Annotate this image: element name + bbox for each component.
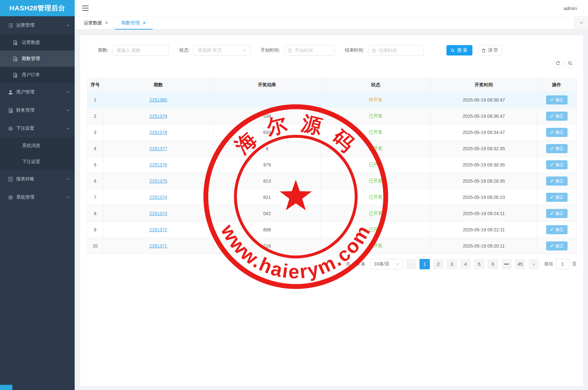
chevron-up-icon (66, 126, 70, 131)
sidebar-item-issue-management[interactable]: 期数管理 (0, 51, 75, 67)
username[interactable]: admin (564, 6, 577, 11)
cell-time: 2025-05-19 09:30:35 (431, 157, 537, 173)
user-icon (8, 90, 13, 95)
col-header-issue: 期数 (103, 79, 214, 91)
sidebar-item-user-management[interactable]: 用户管理 (0, 83, 75, 101)
status-select[interactable]: 请选择 状态 (194, 45, 250, 55)
fix-button[interactable]: 修正 (546, 209, 568, 218)
sidebar-item-system-messages[interactable]: 系统消息 (0, 138, 75, 154)
status-badge: 已开奖 (369, 243, 382, 249)
end-time-picker[interactable] (368, 45, 424, 55)
end-time-input[interactable] (369, 45, 423, 55)
fix-button[interactable]: 修正 (546, 128, 568, 137)
tab-label: 期数管理 (121, 20, 140, 26)
status-badge: 已开奖 (369, 146, 382, 152)
edit-pencil-icon (550, 244, 554, 248)
tabs-overflow-button[interactable] (574, 17, 588, 29)
sidebar-item-label: 下注设置 (22, 159, 40, 165)
page-button[interactable]: 1 (419, 259, 430, 269)
chevron-down-icon (66, 195, 70, 200)
sidebar-item-bet-settings[interactable]: 下注设置 (0, 119, 75, 138)
cell-time: 2025-05-19 09:22:11 (431, 222, 537, 238)
fix-button[interactable]: 修正 (546, 144, 568, 153)
sidebar-item-system-management[interactable]: 系统管理 (0, 188, 75, 206)
cell-time: 2025-05-19 09:24:11 (431, 205, 537, 221)
page-button[interactable]: 4 (460, 259, 471, 269)
content-card: 期数: 状态: 请选择 状态 开始时间: 结束时间: 搜索 (80, 35, 583, 386)
sidebar-item-label: 期数管理 (22, 56, 40, 62)
sidebar-item-label: 财务管理 (16, 107, 34, 113)
fix-button[interactable]: 修正 (546, 112, 568, 121)
issue-link[interactable]: 2251374 (149, 195, 167, 200)
status-badge: 已开奖 (369, 194, 382, 200)
next-page-button[interactable]: › (529, 259, 539, 269)
page-button[interactable]: 5 (474, 259, 484, 269)
goto-page-input[interactable] (556, 259, 569, 269)
cell-time: 2025-05-19 09:32:35 (431, 140, 537, 156)
clock-icon (371, 48, 377, 53)
table-row: 5 2251376 979 已开奖 2025-05-19 09:30:35 修正 (87, 157, 576, 173)
more-pages-button[interactable]: ••• (501, 259, 512, 269)
edit-pencil-icon (550, 130, 554, 134)
table-row: 4 2251377 8 已开奖 2025-05-19 09:32:35 修正 (87, 140, 576, 157)
fix-button[interactable]: 修正 (546, 177, 568, 186)
issue-link[interactable]: 2251373 (149, 211, 167, 216)
close-icon[interactable]: ✕ (143, 21, 146, 25)
search-button-label: 搜索 (457, 47, 468, 53)
fix-button[interactable]: 修正 (546, 241, 568, 250)
search-button[interactable]: 搜索 (446, 45, 472, 55)
table-search-button[interactable] (565, 58, 575, 68)
cell-result: 693 (214, 124, 321, 140)
page-button[interactable]: 45 (515, 259, 525, 269)
cell-result (214, 92, 321, 108)
sidebar-item-user-orders[interactable]: 用户订单 (0, 67, 75, 83)
page-button[interactable]: 6 (488, 259, 498, 269)
cell-result: 539 (214, 108, 321, 124)
col-header-status: 状态 (321, 79, 431, 91)
page-button[interactable]: 3 (447, 259, 457, 269)
fix-button[interactable]: 修正 (546, 225, 568, 234)
goto-label: 前往 (544, 261, 553, 267)
page-size-select[interactable]: 10条/页 (370, 259, 403, 269)
sidebar-item-bet-settings-sub[interactable]: 下注设置 (0, 154, 75, 170)
fix-button[interactable]: 修正 (546, 160, 568, 169)
close-icon[interactable]: ✕ (105, 21, 108, 25)
cell-seq: 1 (87, 92, 103, 108)
sidebar-item-label: 运营数据 (22, 40, 40, 45)
col-header-action: 操作 (537, 79, 576, 91)
tab-issue-management[interactable]: 期数管理 ✕ (115, 17, 153, 29)
tab-operation-data[interactable]: 运营数据 ✕ (77, 17, 115, 29)
issue-link[interactable]: 2251378 (149, 130, 167, 135)
table-row: 7 2251374 821 已开奖 2025-05-19 09:26:23 修正 (87, 189, 576, 205)
clear-button[interactable]: 清空 (478, 45, 502, 55)
status-badge: 已开奖 (369, 227, 382, 233)
tab-label: 运营数据 (84, 20, 102, 26)
issue-link[interactable]: 2251375 (149, 178, 167, 184)
sidebar-item-label: 运营管理 (16, 22, 34, 28)
sidebar-item-report-reconciliation[interactable]: 报表对账 (0, 170, 75, 188)
issue-link[interactable]: 2251376 (149, 162, 167, 167)
hamburger-icon[interactable] (82, 6, 89, 11)
refresh-button[interactable] (553, 58, 563, 68)
cell-seq: 10 (87, 238, 103, 254)
issue-link[interactable]: 2251372 (149, 227, 167, 232)
issue-link[interactable]: 2251377 (149, 146, 167, 151)
gear-icon (8, 195, 13, 200)
issue-link[interactable]: 2251379 (149, 114, 167, 119)
cell-time: 2025-05-19 09:36:47 (431, 108, 537, 124)
fix-button[interactable]: 修正 (546, 193, 568, 202)
start-time-picker[interactable] (284, 45, 334, 55)
issue-link[interactable]: 2251371 (149, 243, 167, 249)
issue-link[interactable]: 2251380 (149, 97, 167, 103)
sidebar-item-finance-management[interactable]: 财务管理 (0, 101, 75, 119)
sidebar-item-operations[interactable]: 运营管理 (0, 16, 75, 34)
col-header-result: 开奖结果 (214, 79, 321, 91)
pagination: 共 443 条 10条/页 ‹ 1 2 3 4 5 6 ••• 45 › 前往 … (80, 259, 577, 269)
fix-button[interactable]: 修正 (546, 95, 568, 104)
issue-input[interactable] (112, 45, 169, 55)
sidebar-item-operation-data[interactable]: 运营数据 (0, 34, 75, 51)
prev-page-button[interactable]: ‹ (406, 259, 416, 269)
page-button[interactable]: 2 (433, 259, 444, 269)
status-badge: 已开奖 (369, 178, 382, 184)
gear-icon (8, 126, 13, 131)
